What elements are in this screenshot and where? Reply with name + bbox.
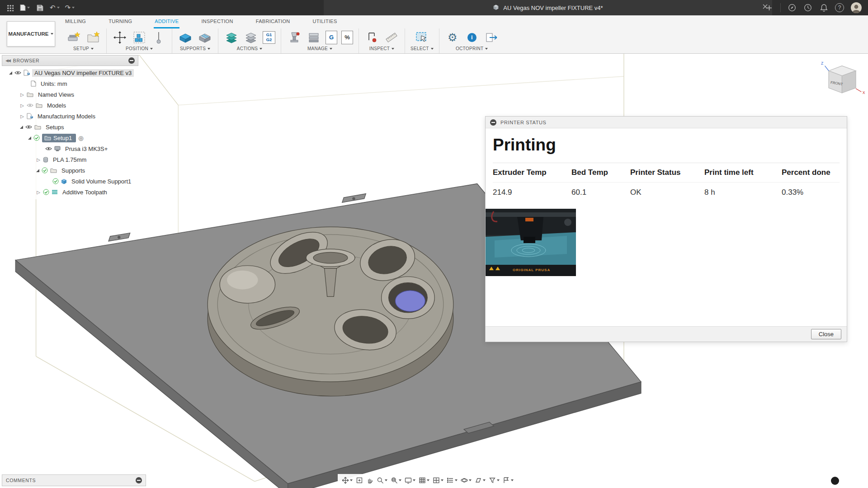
browser-header[interactable]: ◀◀ BROWSER xyxy=(2,55,138,66)
tab-additive[interactable]: ADDITIVE xyxy=(154,15,179,28)
tree-item-named-views[interactable]: ▷ Named Views xyxy=(2,89,138,100)
new-document-tab-icon[interactable] xyxy=(764,2,774,13)
collapse-panel-icon[interactable] xyxy=(490,119,496,126)
inspect-menu[interactable]: INSPECT xyxy=(369,45,394,53)
tab-milling[interactable]: MILLING xyxy=(64,15,87,28)
supports-menu[interactable]: SUPPORTS xyxy=(180,45,210,53)
octoprint-menu[interactable]: OCTOPRINT xyxy=(456,45,488,53)
expand-icon[interactable]: ▷ xyxy=(20,114,24,119)
octoprint-upload-icon[interactable] xyxy=(484,30,499,45)
close-button[interactable]: Close xyxy=(811,329,841,339)
tree-item-manufacturing-models[interactable]: ▷ Manufacturing Models xyxy=(2,111,138,122)
filter-icon[interactable] xyxy=(489,477,500,484)
orient-probe-icon[interactable] xyxy=(151,30,166,45)
undo-icon[interactable]: ↶ xyxy=(50,2,60,13)
manage-menu[interactable]: MANAGE xyxy=(307,45,332,53)
visibility-eye-icon[interactable] xyxy=(14,70,21,75)
gcode-editor-icon[interactable]: G xyxy=(326,31,337,44)
tree-item-root[interactable]: AU Vegas NOV impeller FIXTURE v3 xyxy=(2,67,138,78)
generate-toolpath-icon[interactable] xyxy=(224,30,239,45)
expand-icon[interactable]: ▷ xyxy=(20,103,24,108)
tab-utilities[interactable]: UTILITIES xyxy=(312,15,338,28)
bar-supports-icon[interactable] xyxy=(178,30,193,45)
visibility-eye-icon[interactable] xyxy=(25,125,32,129)
setup-menu[interactable]: SETUP xyxy=(73,45,94,53)
tree-item-setups[interactable]: Setups xyxy=(2,122,138,132)
user-avatar[interactable] xyxy=(851,2,862,13)
new-folder-setup-icon[interactable] xyxy=(85,30,101,45)
printer-status-header[interactable]: PRINTER STATUS xyxy=(486,117,847,128)
save-icon[interactable] xyxy=(35,2,44,13)
machine-library-icon[interactable] xyxy=(287,30,302,45)
active-setup-icon[interactable]: ◎ xyxy=(78,135,83,141)
octoprint-connection-icon[interactable] xyxy=(831,477,839,485)
tree-item-material[interactable]: ▷ PLA 1.75mm xyxy=(2,154,138,165)
tree-item-machine[interactable]: Prusa i3 MK3S+ xyxy=(2,143,138,154)
expanded-icon[interactable] xyxy=(20,126,23,129)
new-setup-icon[interactable] xyxy=(66,30,81,45)
octoprint-settings-gear-icon[interactable]: ⚙ xyxy=(445,30,460,45)
extensions-icon[interactable] xyxy=(788,2,797,13)
expand-comments-icon[interactable] xyxy=(136,477,142,483)
toolbar-ribbon: MANUFACTURE MILLING TURNING ADDITIVE INS… xyxy=(0,15,868,54)
simulate-icon[interactable] xyxy=(243,30,259,45)
grid-snap-icon[interactable] xyxy=(419,477,429,484)
orbit-mode-icon[interactable] xyxy=(461,477,472,484)
tab-inspection[interactable]: INSPECTION xyxy=(200,15,234,28)
collapse-panel-icon[interactable] xyxy=(128,57,135,64)
tree-item-label: Models xyxy=(45,102,68,109)
select-icon[interactable] xyxy=(414,30,429,45)
pan-hand-icon[interactable] xyxy=(366,477,373,484)
tree-item-solid-volume-support[interactable]: Solid Volume Support1 xyxy=(2,176,138,187)
tree-item-supports[interactable]: Supports xyxy=(2,165,138,176)
print-settings-icon[interactable] xyxy=(306,30,321,45)
tree-item-units[interactable]: Units: mm xyxy=(2,78,138,89)
redo-icon[interactable]: ↷ xyxy=(65,2,75,13)
post-process-icon[interactable]: G1G2 xyxy=(263,31,275,44)
move-icon[interactable] xyxy=(112,30,127,45)
display-settings-icon[interactable] xyxy=(405,477,415,484)
comments-bar[interactable]: COMMENTS xyxy=(2,474,146,486)
expanded-icon[interactable] xyxy=(36,169,39,172)
percent-report-icon[interactable]: % xyxy=(341,31,353,44)
measure-icon[interactable] xyxy=(384,30,399,45)
visibility-eye-icon[interactable] xyxy=(27,103,33,108)
expand-icon[interactable]: ▷ xyxy=(36,190,41,195)
orbit-pan-icon[interactable] xyxy=(342,477,353,484)
tree-item-additive-toolpath[interactable]: ▷ Additive Toolpath xyxy=(2,187,138,197)
document-tab[interactable]: AU Vegas NOV impeller FIXTURE v4* xyxy=(324,0,772,15)
expand-icon[interactable]: ▷ xyxy=(36,157,41,162)
expand-icon[interactable]: ▷ xyxy=(20,92,24,97)
app-launcher-icon[interactable] xyxy=(5,2,14,13)
perspective-icon[interactable] xyxy=(475,477,486,484)
folder-icon xyxy=(34,124,41,130)
help-icon[interactable]: ? xyxy=(835,3,844,12)
view-cube[interactable]: FRONT X Z xyxy=(821,61,865,95)
octoprint-status-info-icon[interactable]: i xyxy=(464,30,480,45)
expanded-icon[interactable] xyxy=(28,136,31,140)
visibility-eye-icon[interactable] xyxy=(45,146,52,151)
tree-item-setup1[interactable]: Setup1 ◎ xyxy=(2,132,138,143)
arrange-icon[interactable] xyxy=(132,30,147,45)
tab-turning[interactable]: TURNING xyxy=(108,15,133,28)
expanded-icon[interactable] xyxy=(9,71,12,75)
position-menu[interactable]: POSITION xyxy=(126,45,153,53)
zoom-icon[interactable] xyxy=(377,477,387,484)
selection-flag-icon[interactable] xyxy=(503,477,514,484)
fit-view-icon[interactable] xyxy=(356,477,363,484)
tree-item-models[interactable]: ▷ Models xyxy=(2,100,138,111)
probe-inspect-icon[interactable] xyxy=(364,30,380,45)
tab-fabrication[interactable]: FABRICATION xyxy=(255,15,291,28)
dock-panel-icon[interactable]: ◀◀ xyxy=(5,58,10,63)
zoom-window-icon[interactable] xyxy=(391,477,401,484)
volume-supports-icon[interactable] xyxy=(197,30,212,45)
job-status-icon[interactable] xyxy=(803,2,812,13)
file-menu-icon[interactable] xyxy=(20,2,30,13)
steps-list-icon[interactable] xyxy=(447,477,458,484)
viewports-icon[interactable] xyxy=(433,477,443,484)
actions-menu[interactable]: ACTIONS xyxy=(237,45,263,53)
selected-setup-pill[interactable]: Setup1 xyxy=(42,134,76,142)
select-menu[interactable]: SELECT xyxy=(410,45,434,53)
notifications-icon[interactable] xyxy=(819,2,828,13)
workspace-selector[interactable]: MANUFACTURE xyxy=(7,21,55,47)
